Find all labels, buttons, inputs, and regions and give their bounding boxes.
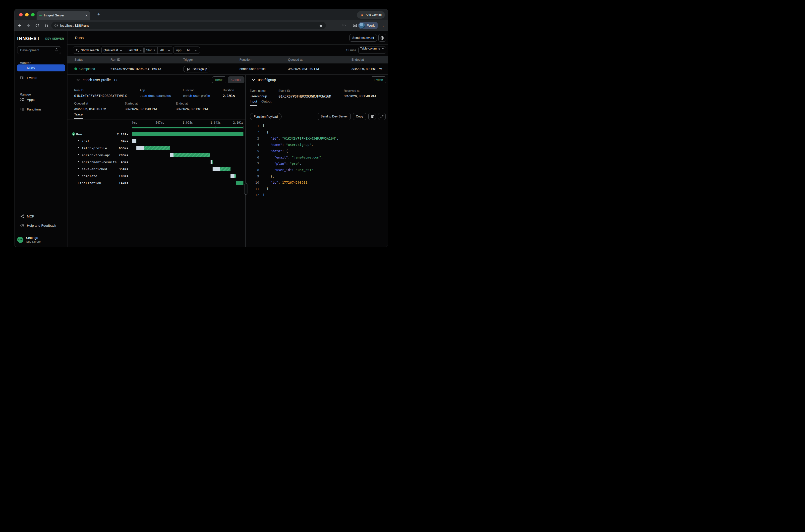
trace-row-run[interactable]: Run 2.191s — [68, 131, 245, 138]
expand-arrow-icon[interactable] — [78, 154, 79, 155]
trace-bar — [136, 146, 170, 150]
rerun-button[interactable]: Rerun — [212, 76, 226, 83]
external-link-icon[interactable] — [114, 78, 117, 82]
tab-close-icon[interactable]: ✕ — [85, 14, 88, 17]
trace-row-enrich-from-api[interactable]: enrich-from-api 798ms — [68, 152, 245, 158]
column-header-function: Function — [240, 58, 251, 61]
tab-output[interactable]: Output — [261, 99, 272, 105]
function-payload-pill[interactable]: Function Payload — [250, 113, 282, 120]
expand-arrow-icon[interactable] — [78, 168, 79, 169]
status-filter-dropdown[interactable]: All — [157, 47, 173, 54]
trace-track-line — [132, 162, 243, 162]
table-row[interactable]: Completed 01KJXSYPZYB6TH2DSDSYETWN1X use… — [68, 63, 388, 75]
payload-code-editor[interactable]: 1[2 {3 "id": "01KJXSYPSFHBXX03GRJFV3A16M… — [246, 123, 387, 198]
url-text[interactable]: localhost:8288/runs — [60, 24, 319, 27]
sidebar-item-help-and-feedback[interactable]: Help and Feedback — [17, 222, 65, 229]
tab-trace[interactable]: Trace — [74, 112, 83, 119]
chevron-down-icon[interactable] — [252, 79, 255, 81]
trace-row-enrichment-results[interactable]: enrichment-results 43ms — [68, 158, 245, 166]
sidebar-item-apps[interactable]: Apps — [17, 96, 65, 103]
cancel-button[interactable]: Cancel — [228, 76, 244, 83]
trigger-pill[interactable]: user/signup — [183, 66, 210, 72]
close-window-button[interactable] — [19, 13, 23, 16]
new-tab-button[interactable]: + — [97, 12, 100, 17]
running-segment — [136, 139, 136, 143]
run-id-value: 01KJXSYPZYB6TH2DSDSYETWN1X — [111, 67, 161, 71]
line-number: 10 — [246, 180, 259, 184]
expand-arrow-icon[interactable] — [78, 160, 79, 163]
trace-row-fetch-profile[interactable]: fetch-profile 658ms — [68, 145, 245, 152]
trace-row-init[interactable]: init 87ms — [68, 138, 245, 145]
browser-menu-icon[interactable]: ⋮ — [381, 23, 385, 27]
copy-button[interactable]: Copy — [353, 113, 366, 120]
minimap-tick — [160, 126, 160, 129]
extensions-icon[interactable] — [341, 23, 347, 28]
run-detail-section: enrich-user-profile Rerun Cancel Run ID … — [68, 75, 388, 247]
app-filter: App All — [173, 46, 200, 54]
code-line: 10 "ts": 1772674308911 — [246, 179, 387, 186]
environment-select[interactable]: Development — [17, 46, 61, 54]
axis-tick-label: 0ms — [132, 121, 137, 125]
browser-profile-button[interactable]: Work — [358, 22, 378, 30]
trace-minimap[interactable] — [132, 126, 243, 129]
time-field-dropdown[interactable]: Queued at — [101, 47, 125, 54]
function-value: enrich-user-profile — [240, 67, 266, 71]
tab-title: Inngest Server — [44, 14, 83, 17]
sidebar-item-runs[interactable]: Runs — [17, 64, 65, 71]
trace-row-finalization[interactable]: Finalization 147ms — [68, 179, 245, 186]
minimize-window-button[interactable] — [25, 13, 29, 16]
sidebar-divider — [15, 232, 67, 232]
gear-icon[interactable] — [378, 34, 386, 41]
trace-track-line — [132, 183, 243, 183]
running-segment — [235, 174, 236, 178]
table-columns-button[interactable]: Table columns — [358, 46, 386, 54]
events-icon — [20, 76, 24, 80]
ask-gemini-button[interactable]: Ask Gemini — [357, 11, 385, 19]
time-filter: Queued at Last 3d — [101, 46, 145, 54]
trace-row-save-enriched[interactable]: save-enriched 351ms — [68, 166, 245, 172]
tab-input[interactable]: Input — [250, 99, 257, 106]
reload-button[interactable] — [34, 23, 40, 28]
url-bar[interactable]: localhost:8288/runs — [51, 22, 326, 30]
sidebar-item-events[interactable]: Events — [17, 74, 65, 81]
back-button[interactable] — [17, 23, 22, 28]
time-range-dropdown[interactable]: Last 3d — [125, 47, 144, 54]
queued-segment — [132, 139, 136, 143]
word-wrap-icon[interactable] — [369, 113, 376, 120]
invoke-button[interactable]: Invoke — [371, 76, 386, 83]
chevron-down-icon[interactable] — [76, 79, 80, 81]
expand-arrow-icon[interactable] — [78, 139, 79, 141]
axis-tick-label: 547ms — [155, 121, 164, 125]
send-to-dev-server-button[interactable]: Send to Dev Server — [318, 113, 351, 120]
browser-toolbar: localhost:8288/runs Work ⋮ — [15, 20, 388, 31]
filter-bar: Show search Queued at Last 3d Status — [68, 44, 388, 56]
inngest-app: INNGEST DEV SERVER Development MonitorRu… — [15, 31, 388, 247]
home-button[interactable] — [43, 23, 49, 28]
share-icon — [20, 214, 24, 218]
runs-header: Runs Send test event — [68, 31, 388, 44]
expand-arrow-icon[interactable] — [78, 147, 79, 149]
sidebar-item-mcp[interactable]: MCP — [17, 213, 65, 220]
trace-step-chart — [132, 131, 243, 138]
app-filter-dropdown[interactable]: All — [184, 47, 200, 54]
trace-row-complete[interactable]: complete 100ms — [68, 172, 245, 179]
bookmark-star-icon[interactable] — [319, 24, 323, 27]
status-filter-label: Status — [144, 47, 157, 54]
code-line: 5 "data": { — [246, 148, 387, 154]
forward-button[interactable] — [25, 23, 31, 28]
sidebar-item-settings[interactable]: </> Settings Dev Server — [17, 236, 41, 244]
show-search-button[interactable]: Show search — [73, 46, 101, 54]
site-info-icon[interactable] — [54, 24, 58, 27]
code-line: 4 "name": "user/signup", — [246, 141, 387, 148]
send-test-event-button[interactable]: Send test event — [350, 34, 377, 41]
maximize-window-button[interactable] — [31, 13, 35, 16]
code-icon: </> — [17, 236, 23, 243]
expand-icon[interactable] — [378, 113, 386, 120]
running-segment — [236, 181, 243, 185]
expand-arrow-icon[interactable] — [78, 174, 79, 176]
browser-tab[interactable]: ∞ Inngest Server ✕ — [37, 11, 90, 20]
side-panel-search-icon[interactable] — [352, 23, 358, 28]
queued-segment — [136, 146, 144, 150]
sidebar-item-functions[interactable]: Functions — [17, 106, 65, 113]
trace-bar — [170, 153, 210, 157]
